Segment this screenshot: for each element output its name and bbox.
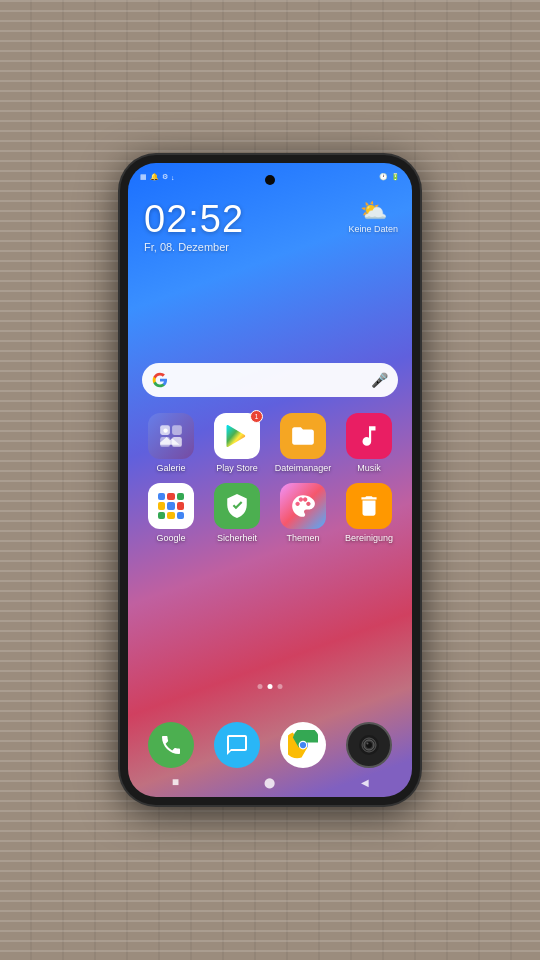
phone-icon <box>148 722 194 768</box>
phone-wrapper: ▦ 🔔 ⚙ ↓ 🕐 🔋 02:52 Fr, 08. Dezember ⛅ Kei… <box>120 155 420 805</box>
gallery-icon <box>148 413 194 459</box>
playstore-label: Play Store <box>216 463 258 473</box>
cleanup-icon <box>346 483 392 529</box>
dock-item-phone[interactable] <box>146 722 196 768</box>
camera-hole <box>265 175 275 185</box>
alarm-icon: 🕐 <box>379 173 388 181</box>
nav-bar: ■ ⬤ ◀ <box>128 767 412 797</box>
filemanager-label: Dateimanager <box>275 463 332 473</box>
app-item-gallery[interactable]: Galerie <box>143 413 199 473</box>
page-dots <box>258 684 283 689</box>
svg-rect-1 <box>172 425 182 435</box>
security-label: Sicherheit <box>217 533 257 543</box>
mic-icon[interactable]: 🎤 <box>371 372 388 388</box>
google-label: Google <box>156 533 185 543</box>
cleanup-label: Bereinigung <box>345 533 393 543</box>
weather-label: Keine Daten <box>348 224 398 234</box>
chrome-icon <box>280 722 326 768</box>
nav-home-button[interactable]: ⬤ <box>261 773 279 791</box>
dock-item-chrome[interactable] <box>278 722 328 768</box>
status-right: 🕐 🔋 <box>379 173 400 181</box>
download-icon: ↓ <box>171 174 175 181</box>
phone-body: ▦ 🔔 ⚙ ↓ 🕐 🔋 02:52 Fr, 08. Dezember ⛅ Kei… <box>120 155 420 805</box>
weather-icon: ⛅ <box>360 198 387 224</box>
themes-icon <box>280 483 326 529</box>
app-item-cleanup[interactable]: Bereinigung <box>341 483 397 543</box>
svg-point-13 <box>367 743 369 745</box>
app-item-security[interactable]: Sicherheit <box>209 483 265 543</box>
screen: ▦ 🔔 ⚙ ↓ 🕐 🔋 02:52 Fr, 08. Dezember ⛅ Kei… <box>128 163 412 797</box>
google-g-icon <box>152 372 168 388</box>
clock-date: Fr, 08. Dezember <box>144 241 244 253</box>
app-item-filemanager[interactable]: Dateimanager <box>275 413 331 473</box>
clock-time: 02:52 <box>144 198 244 241</box>
playstore-badge: 1 <box>250 410 263 423</box>
weather-widget: ⛅ Keine Daten <box>348 198 398 234</box>
svg-point-8 <box>300 742 306 748</box>
dot-1 <box>258 684 263 689</box>
dot-3 <box>278 684 283 689</box>
messages-icon <box>214 722 260 768</box>
app-grid: Galerie 1 <box>138 413 402 553</box>
security-icon <box>214 483 260 529</box>
dock-item-camera[interactable] <box>344 722 394 768</box>
app-item-playstore[interactable]: 1 <box>209 413 265 473</box>
app-row-1: Galerie 1 <box>138 413 402 473</box>
playstore-icon: 1 <box>214 413 260 459</box>
themes-label: Themen <box>286 533 319 543</box>
sim-icon: ▦ <box>140 173 147 181</box>
app-item-themes[interactable]: Themen <box>275 483 331 543</box>
settings-icon: ⚙ <box>162 173 168 181</box>
status-left: ▦ 🔔 ⚙ ↓ <box>140 173 175 181</box>
google-grid <box>148 483 194 529</box>
camera-app-icon <box>346 722 392 768</box>
svg-point-4 <box>163 428 167 432</box>
google-app-icon <box>148 483 194 529</box>
music-label: Musik <box>357 463 381 473</box>
app-item-music[interactable]: Musik <box>341 413 397 473</box>
dock-item-messages[interactable] <box>212 722 262 768</box>
gallery-label: Galerie <box>156 463 185 473</box>
nav-recent-button[interactable]: ■ <box>166 773 184 791</box>
filemanager-icon <box>280 413 326 459</box>
battery-icon: 🔋 <box>391 173 400 181</box>
music-icon <box>346 413 392 459</box>
search-bar[interactable]: 🎤 <box>142 363 398 397</box>
nav-back-button[interactable]: ◀ <box>356 773 374 791</box>
app-row-2: Google Sicherheit <box>138 483 402 543</box>
clock-area: 02:52 Fr, 08. Dezember <box>144 198 244 253</box>
app-item-google[interactable]: Google <box>143 483 199 543</box>
notification-icon: 🔔 <box>150 173 159 181</box>
dot-2 <box>268 684 273 689</box>
